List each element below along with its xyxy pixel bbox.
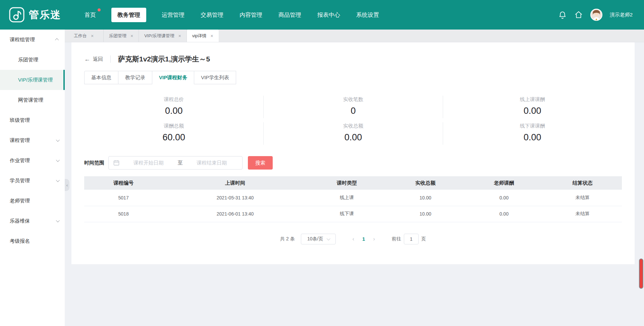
nav-item-content[interactable]: 内容管理	[239, 8, 263, 22]
page-header: ← 返回 萨克斯1v2演示1,演示学生～5	[84, 54, 622, 64]
stat-received-count: 实收笔数 0	[263, 96, 442, 118]
close-icon[interactable]: ×	[211, 34, 213, 38]
user-avatar[interactable]	[590, 9, 602, 21]
navbar-right: 演示老师2	[558, 9, 633, 21]
chevron-down-icon	[56, 219, 60, 222]
username-label[interactable]: 演示老师2	[610, 12, 633, 18]
top-navbar: 管乐迷 首页 教务管理 运营管理 交易管理 内容管理 商品管理 报表中心 系统设…	[0, 0, 644, 30]
sidebar-item-teacher-mgmt[interactable]: 老师管理	[0, 191, 65, 211]
date-range-separator: 至	[178, 160, 183, 166]
pagination: 共 2 条 10条/页 ‹ 1 › 前往 页	[84, 234, 622, 244]
sidebar-item-course-mgmt[interactable]: 课程管理	[0, 130, 65, 150]
col-received-total: 实收总额	[386, 176, 465, 190]
notification-dot	[98, 8, 101, 11]
page-title: 萨克斯1v2演示1,演示学生～5	[118, 54, 210, 64]
sidebar-item-course-groups[interactable]: 课程组管理	[0, 30, 65, 50]
tab-basic-info[interactable]: 基本信息	[84, 71, 118, 84]
sidebar-item-online-admin-course[interactable]: 网管课管理	[0, 90, 65, 110]
workspace-tabbar: 工作台 × 乐团管理 × VIP/乐理课管理 × vip详情 ×	[65, 30, 644, 42]
chevron-up-icon	[55, 38, 59, 42]
chevron-down-icon	[56, 178, 60, 182]
next-page-button[interactable]: ›	[373, 236, 375, 242]
col-teacher-pay: 老师课酬	[465, 176, 543, 190]
sidebar-item-student-mgmt[interactable]: 学员管理	[0, 171, 65, 191]
back-button[interactable]: ← 返回	[84, 56, 103, 63]
table-row[interactable]: 5018 2021-06-01 13:40 线下课 10.00 0.00 未结算	[84, 206, 622, 222]
search-button[interactable]: 搜索	[248, 156, 273, 170]
stat-online-class-pay: 线上课课酬 0.00	[443, 96, 622, 118]
back-arrow-icon: ←	[84, 56, 90, 63]
nav-item-academic[interactable]: 教务管理	[111, 8, 146, 22]
sidebar-item-class-mgmt[interactable]: 班级管理	[0, 110, 65, 130]
brand-name: 管乐迷	[29, 8, 61, 22]
stat-received-total: 实收总额 0.00	[263, 122, 442, 145]
end-date-placeholder[interactable]: 课程结束日期	[186, 160, 238, 166]
col-lesson-id: 课程编号	[84, 176, 163, 190]
bell-icon[interactable]	[558, 10, 567, 19]
tab-vip-course-finance[interactable]: VIP课程财务	[152, 71, 194, 84]
home-icon[interactable]	[574, 10, 583, 19]
goto-label: 前往	[392, 236, 401, 242]
sidebar-item-orchestra-mgmt[interactable]: 乐团管理	[0, 50, 65, 70]
main-content: ‹ ← 返回 萨克斯1v2演示1,演示学生～5 基本信息 教学记录 VIP课程财…	[65, 42, 644, 326]
prev-page-button[interactable]: ‹	[353, 236, 354, 242]
table-row[interactable]: 5017 2021-05-31 13:40 线上课 10.00 0.00 未结算	[84, 190, 622, 206]
nav-item-transactions[interactable]: 交易管理	[200, 8, 224, 22]
stat-teacher-pay-total: 课酬总额 60.00	[84, 122, 263, 145]
chevron-down-icon	[56, 158, 60, 162]
nav-item-settings[interactable]: 系统设置	[356, 8, 380, 22]
col-lesson-type: 课时类型	[308, 176, 386, 190]
workspace-tab-vip-course[interactable]: VIP/乐理课管理 ×	[139, 30, 187, 42]
nav-item-reports[interactable]: 报表中心	[317, 8, 341, 22]
chevron-down-icon	[326, 236, 330, 240]
start-date-placeholder[interactable]: 课程开始日期	[123, 160, 174, 166]
vertical-scrollbar-thumb[interactable]	[639, 259, 643, 289]
page-unit-label: 页	[421, 236, 426, 242]
avatar-image	[591, 9, 602, 20]
sidebar-item-exam-registration[interactable]: 考级报名	[0, 231, 65, 251]
sidebar-item-homework-mgmt[interactable]: 作业管理	[0, 150, 65, 171]
main-nav: 首页 教务管理 运营管理 交易管理 内容管理 商品管理 报表中心 系统设置	[84, 8, 380, 22]
calendar-icon	[113, 160, 119, 166]
workspace-tab-vip-detail[interactable]: vip详情 ×	[187, 30, 219, 42]
stat-offline-class-pay: 线下课课酬 0.00	[443, 122, 622, 145]
header-divider	[110, 55, 111, 63]
close-icon[interactable]: ×	[130, 34, 133, 38]
col-settlement-status: 结算状态	[543, 176, 622, 190]
page-size-select[interactable]: 10条/页	[301, 234, 336, 244]
detail-card: ← 返回 萨克斯1v2演示1,演示学生～5 基本信息 教学记录 VIP课程财务 …	[71, 42, 635, 264]
table-header-row: 课程编号 上课时间 课时类型 实收总额 老师课酬 结算状态	[84, 176, 622, 190]
chevron-down-icon	[56, 138, 60, 142]
total-count-label: 共 2 条	[280, 236, 295, 242]
detail-tabs: 基本信息 教学记录 VIP课程财务 VIP学生列表	[84, 71, 622, 84]
lessons-table: 课程编号 上课时间 课时类型 实收总额 老师课酬 结算状态 5017 2021-…	[84, 176, 622, 222]
sidebar-item-vip-course-mgmt[interactable]: VIP/乐理课管理	[0, 70, 65, 90]
close-icon[interactable]: ×	[178, 34, 181, 38]
sidebar-item-instrument-maintenance[interactable]: 乐器维保	[0, 211, 65, 231]
goto-page-input[interactable]	[404, 234, 419, 244]
filter-row: 时间范围 课程开始日期 至 课程结束日期 搜索	[84, 156, 622, 170]
current-page-button[interactable]: 1	[362, 236, 365, 242]
nav-item-home[interactable]: 首页	[84, 8, 97, 22]
page-nav: ‹ 1 ›	[353, 236, 375, 242]
col-lesson-time: 上课时间	[163, 176, 308, 190]
date-range-input[interactable]: 课程开始日期 至 课程结束日期	[108, 156, 243, 170]
sidebar-collapse-handle[interactable]: ‹	[65, 179, 69, 191]
tab-vip-student-list[interactable]: VIP学生列表	[194, 71, 236, 84]
workspace-tab-orchestra[interactable]: 乐团管理 ×	[104, 30, 139, 42]
sidebar: 课程组管理 乐团管理 VIP/乐理课管理 网管课管理 班级管理 课程管理 作业管…	[0, 30, 65, 326]
date-range-label: 时间范围	[84, 160, 104, 166]
close-icon[interactable]: ×	[91, 34, 94, 38]
tab-teaching-records[interactable]: 教学记录	[118, 71, 152, 84]
collapse-arrow-icon: ‹	[66, 183, 68, 188]
nav-item-operations[interactable]: 运营管理	[161, 8, 185, 22]
nav-item-products[interactable]: 商品管理	[278, 8, 302, 22]
stat-course-total-price: 课程总价 0.00	[84, 96, 263, 118]
finance-stats: 课程总价 0.00 实收笔数 0 线上课课酬 0.00 课酬总额 60.00 实…	[84, 96, 622, 145]
brand-logo: 管乐迷	[9, 7, 61, 23]
goto-page: 前往 页	[392, 234, 426, 244]
music-note-icon	[9, 7, 25, 23]
workspace-tab-workbench[interactable]: 工作台 ×	[68, 30, 104, 42]
